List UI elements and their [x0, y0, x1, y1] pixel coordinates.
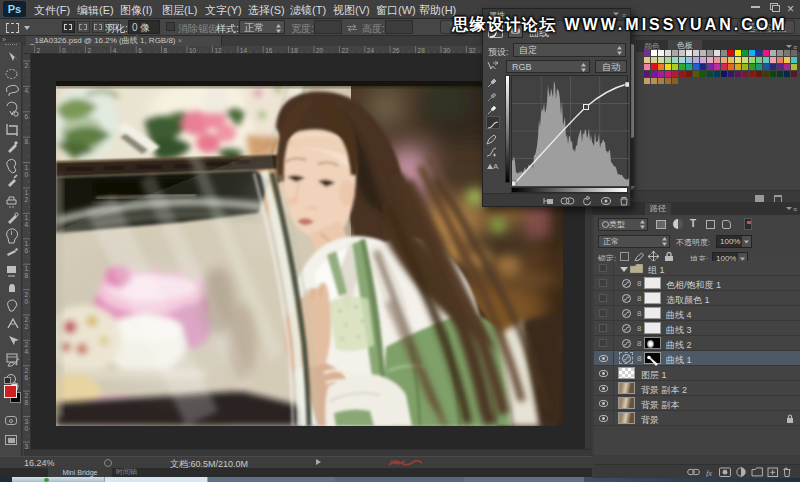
- svg-text:32: 32: [468, 47, 476, 54]
- svg-text:6: 6: [25, 374, 29, 381]
- svg-text:26: 26: [392, 47, 400, 54]
- svg-text:10: 10: [189, 47, 197, 54]
- svg-text:0: 0: [62, 47, 66, 54]
- svg-text:2: 2: [37, 47, 41, 54]
- svg-text:0: 0: [25, 425, 29, 432]
- svg-text:2: 2: [25, 196, 29, 203]
- svg-text:30: 30: [443, 47, 451, 54]
- svg-text:18: 18: [291, 47, 299, 54]
- svg-text:2: 2: [25, 367, 29, 374]
- svg-text:4: 4: [25, 221, 29, 228]
- svg-text:8: 8: [25, 272, 29, 279]
- svg-text:1: 1: [25, 240, 29, 247]
- svg-text:1: 1: [25, 214, 29, 221]
- svg-text:4: 4: [113, 47, 117, 54]
- svg-text:4: 4: [25, 348, 29, 355]
- svg-text:22: 22: [341, 47, 349, 54]
- svg-text:1: 1: [25, 189, 29, 196]
- svg-text:16: 16: [265, 47, 273, 54]
- svg-text:1: 1: [25, 164, 29, 171]
- svg-text:2: 2: [25, 291, 29, 298]
- svg-text:2: 2: [25, 62, 29, 69]
- svg-text:2: 2: [25, 316, 29, 323]
- svg-text:2: 2: [25, 392, 29, 399]
- svg-text:8: 8: [164, 47, 168, 54]
- svg-text:6: 6: [138, 47, 142, 54]
- svg-text:8: 8: [25, 138, 29, 145]
- svg-text:A: A: [493, 162, 499, 171]
- svg-text:24: 24: [367, 47, 375, 54]
- svg-text:2: 2: [25, 323, 29, 330]
- svg-text:fx: fx: [706, 468, 712, 478]
- svg-text:8: 8: [25, 399, 29, 406]
- svg-text:12: 12: [214, 47, 222, 54]
- svg-text:3: 3: [25, 418, 29, 425]
- svg-text:2: 2: [87, 47, 91, 54]
- svg-text:2: 2: [25, 341, 29, 348]
- svg-text:14: 14: [240, 47, 248, 54]
- svg-text:6: 6: [25, 113, 29, 120]
- svg-text:6: 6: [25, 247, 29, 254]
- svg-text:1: 1: [25, 265, 29, 272]
- svg-text:0: 0: [25, 171, 29, 178]
- svg-text:0: 0: [25, 298, 29, 305]
- svg-text:20: 20: [316, 47, 324, 54]
- svg-text:4: 4: [25, 87, 29, 94]
- svg-text:28: 28: [418, 47, 426, 54]
